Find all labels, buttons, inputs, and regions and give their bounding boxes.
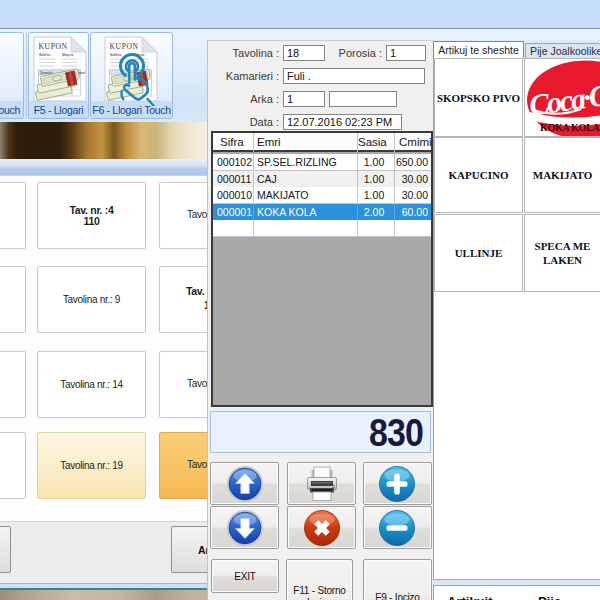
svg-text:KUPON: KUPON <box>110 42 139 51</box>
svg-text:Ship to: Ship to <box>62 53 73 57</box>
svg-text:Sold to: Sold to <box>39 53 50 57</box>
svg-text:Sold to: Sold to <box>110 53 121 57</box>
svg-text:KUPON: KUPON <box>39 42 68 51</box>
